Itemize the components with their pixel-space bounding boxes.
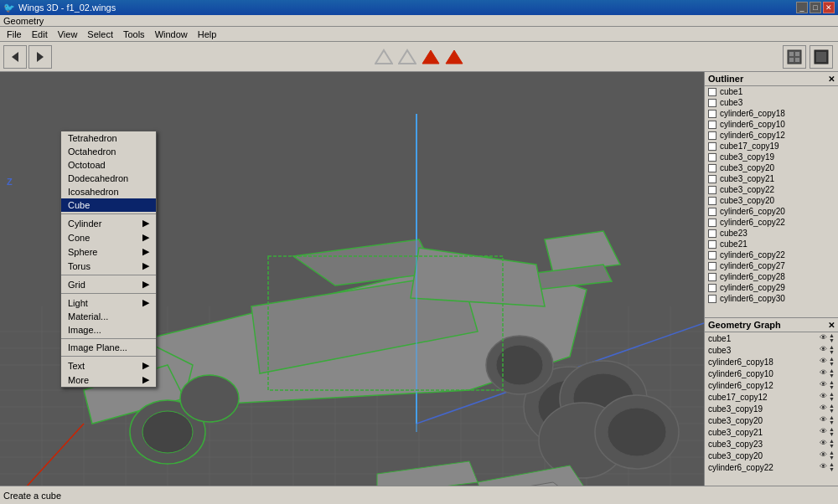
eye-icon[interactable]: 👁 — [820, 415, 827, 425]
outliner-item[interactable]: cube3_copy19 — [705, 152, 838, 162]
ctx-torus[interactable]: Torus ▶ — [61, 259, 156, 273]
outliner-checkbox[interactable] — [708, 219, 716, 227]
eye-icon[interactable]: 👁 — [820, 345, 827, 355]
ctx-icosahedron[interactable]: Icosahedron — [61, 185, 156, 198]
geo-graph-item[interactable]: cube1 👁 ▲ ▼ — [705, 332, 838, 344]
outliner-item[interactable]: cube23 — [705, 228, 838, 239]
menu-edit[interactable]: Edit — [27, 28, 53, 40]
outliner-checkbox[interactable] — [708, 186, 716, 194]
ctx-cone[interactable]: Cone ▶ — [61, 230, 156, 244]
arrow-down-icon[interactable]: ▼ — [829, 373, 835, 378]
geo-graph-item[interactable]: cube3_copy21 👁 ▲ ▼ — [705, 426, 838, 438]
outliner-item[interactable]: cylinder6_copy20 — [705, 206, 838, 217]
outliner-checkbox[interactable] — [708, 284, 716, 292]
outliner-item[interactable]: cube3_copy20 — [705, 195, 838, 206]
arrow-down-icon[interactable]: ▼ — [829, 385, 835, 390]
ctx-cube[interactable]: Cube — [61, 198, 156, 212]
toolbar-view-btn2[interactable] — [810, 45, 833, 69]
arrow-down-icon[interactable]: ▼ — [829, 362, 835, 367]
outliner-item[interactable]: cylinder6_copy30 — [705, 293, 838, 304]
menu-select[interactable]: Select — [82, 28, 118, 40]
arrow-down-icon[interactable]: ▼ — [829, 432, 835, 437]
context-menu[interactable]: Tetrahedron Octahedron Octotoad Dodecahe… — [60, 131, 157, 388]
outliner-checkbox[interactable] — [708, 240, 716, 249]
arrow-down-icon[interactable]: ▼ — [829, 444, 835, 449]
ctx-image-plane[interactable]: Image Plane... — [61, 341, 156, 354]
outliner-checkbox[interactable] — [708, 197, 716, 205]
ctx-tetrahedron[interactable]: Tetrahedron — [61, 131, 156, 145]
eye-icon[interactable]: 👁 — [820, 427, 827, 437]
menu-help[interactable]: Help — [193, 28, 222, 40]
eye-icon[interactable]: 👁 — [820, 392, 827, 402]
outliner-item[interactable]: cube17_copy19 — [705, 141, 838, 152]
eye-icon[interactable]: 👁 — [820, 450, 827, 460]
geo-graph-item[interactable]: cube3_copy20 👁 ▲ ▼ — [705, 414, 838, 426]
eye-icon[interactable]: 👁 — [820, 439, 827, 449]
arrow-down-icon[interactable]: ▼ — [829, 409, 835, 414]
ctx-material[interactable]: Material... — [61, 310, 156, 323]
outliner-checkbox[interactable] — [708, 295, 716, 303]
geo-graph-item[interactable]: cylinder6_copy18 👁 ▲ ▼ — [705, 356, 838, 368]
close-button[interactable]: ✕ — [823, 2, 835, 13]
outliner-item[interactable]: cube3 — [705, 97, 838, 108]
outliner-item[interactable]: cylinder6_copy22 — [705, 217, 838, 228]
tri-outline-up-2[interactable] — [398, 48, 416, 66]
menu-tools[interactable]: Tools — [118, 28, 150, 40]
outliner-checkbox[interactable] — [708, 175, 716, 183]
menu-view[interactable]: View — [53, 28, 83, 40]
outliner-close-button[interactable]: ✕ — [828, 75, 835, 84]
geo-graph-item[interactable]: cylinder6_copy22 👁 ▲ ▼ — [705, 461, 838, 473]
outliner-checkbox[interactable] — [708, 110, 716, 118]
geo-graph-item[interactable]: cube17_copy12 👁 ▲ ▼ — [705, 391, 838, 403]
geo-graph-item[interactable]: cube3 👁 ▲ ▼ — [705, 344, 838, 356]
arrow-down-icon[interactable]: ▼ — [829, 455, 835, 460]
arrow-down-icon[interactable]: ▼ — [829, 420, 835, 425]
geo-graph-list[interactable]: cube1 👁 ▲ ▼ cube3 👁 ▲ ▼ cylinder6_copy18… — [705, 332, 838, 483]
outliner-checkbox[interactable] — [708, 273, 716, 281]
menu-file[interactable]: File — [2, 28, 27, 40]
outliner-item[interactable]: cylinder6_copy29 — [705, 282, 838, 293]
toolbar-left-btn1[interactable] — [3, 45, 27, 69]
outliner-item[interactable]: cylinder6_copy22 — [705, 249, 838, 260]
menu-window[interactable]: Window — [150, 28, 193, 40]
eye-icon[interactable]: 👁 — [820, 368, 827, 378]
geo-graph-item[interactable]: cube3_copy20 👁 ▲ ▼ — [705, 450, 838, 461]
eye-icon[interactable]: 👁 — [820, 333, 827, 343]
geo-graph-close-button[interactable]: ✕ — [828, 321, 835, 330]
outliner-item[interactable]: cube3_copy22 — [705, 184, 838, 195]
outliner-checkbox[interactable] — [708, 88, 716, 96]
outliner-checkbox[interactable] — [708, 142, 716, 151]
ctx-grid[interactable]: Grid ▶ — [61, 277, 156, 291]
outliner-item[interactable]: cylinder6_copy12 — [705, 130, 838, 141]
geo-graph-item[interactable]: cylinder6_copy10 👁 ▲ ▼ — [705, 368, 838, 379]
geo-graph-item[interactable]: cylinder6_copy12 👁 ▲ ▼ — [705, 379, 838, 391]
arrow-down-icon[interactable]: ▼ — [829, 338, 835, 343]
tri-outline-up-1[interactable] — [375, 48, 393, 66]
outliner-checkbox[interactable] — [708, 121, 716, 129]
outliner-checkbox[interactable] — [708, 131, 716, 140]
outliner-checkbox[interactable] — [708, 99, 716, 107]
tri-filled-red-1[interactable] — [422, 48, 440, 66]
arrow-down-icon[interactable]: ▼ — [829, 467, 835, 472]
ctx-octahedron[interactable]: Octahedron — [61, 145, 156, 158]
ctx-image[interactable]: Image... — [61, 323, 156, 337]
outliner-item[interactable]: cylinder6_copy10 — [705, 119, 838, 130]
ctx-cylinder[interactable]: Cylinder ▶ — [61, 216, 156, 230]
outliner-item[interactable]: cube1 — [705, 86, 838, 97]
tri-filled-red-2[interactable] — [445, 48, 463, 66]
outliner-checkbox[interactable] — [708, 164, 716, 172]
eye-icon[interactable]: 👁 — [820, 462, 827, 472]
ctx-light[interactable]: Light ▶ — [61, 296, 156, 310]
maximize-button[interactable]: □ — [810, 2, 821, 13]
eye-icon[interactable]: 👁 — [820, 404, 827, 414]
outliner-checkbox[interactable] — [708, 153, 716, 162]
outliner-item[interactable]: cube3_copy20 — [705, 162, 838, 173]
outliner-item[interactable]: cube21 — [705, 239, 838, 249]
viewport[interactable]: Z X — [0, 72, 704, 486]
arrow-down-icon[interactable]: ▼ — [829, 397, 835, 402]
ctx-octotoad[interactable]: Octotoad — [61, 158, 156, 172]
outliner-item[interactable]: cube3_copy21 — [705, 173, 838, 184]
ctx-more[interactable]: More ▶ — [61, 373, 156, 387]
ctx-text[interactable]: Text ▶ — [61, 358, 156, 373]
outliner-checkbox[interactable] — [708, 251, 716, 260]
